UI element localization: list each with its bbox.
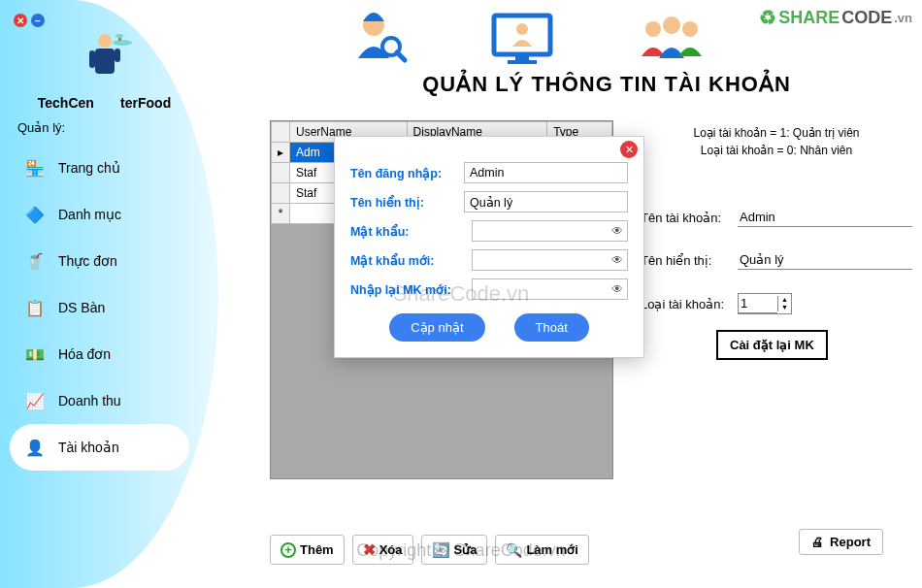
window-close-button[interactable]: ✕ [14, 14, 27, 27]
modal-display-input[interactable] [464, 191, 628, 212]
report-button[interactable]: 🖨Report [799, 529, 883, 555]
edit-account-modal: ✕ Tên đăng nhập: Tên hiển thị: Mật khẩu:… [334, 136, 644, 358]
sidebar-item-category[interactable]: 🔷Danh mục [10, 191, 218, 238]
svg-point-13 [516, 23, 528, 35]
modal-password-label: Mật khẩu: [350, 224, 472, 239]
tables-icon: 📋 [25, 298, 45, 317]
monitor-icon [488, 8, 556, 66]
brand-text: TechCen terFood [10, 95, 199, 111]
account-name-label: Tên tài khoản: [641, 211, 738, 225]
modal-confirm-input[interactable] [472, 278, 628, 300]
edit-button[interactable]: 🔄Sửa [421, 535, 488, 565]
svg-rect-2 [89, 50, 95, 68]
manage-label: Quản lý: [17, 120, 218, 135]
svg-rect-12 [508, 60, 537, 64]
x-icon: ✖ [363, 540, 376, 559]
svg-point-0 [98, 34, 112, 48]
svg-point-6 [115, 34, 123, 38]
sidebar: TechCen terFood Quản lý: 🏪Trang chủ 🔷Dan… [0, 0, 218, 588]
sidebar-item-menu[interactable]: 🥤Thực đơn [10, 238, 218, 284]
account-icon: 👤 [25, 438, 45, 457]
delete-button[interactable]: ✖Xóa [352, 535, 413, 565]
account-name-input[interactable] [738, 208, 912, 227]
eye-icon[interactable]: 👁 [611, 224, 623, 238]
modal-username-input[interactable] [464, 162, 628, 183]
svg-point-16 [682, 21, 698, 37]
modal-newpw-input[interactable] [472, 249, 628, 271]
invoice-icon: 💵 [25, 344, 45, 364]
eye-icon[interactable]: 👁 [611, 253, 623, 267]
sidebar-item-revenue[interactable]: 📈Doanh thu [10, 377, 218, 424]
svg-line-9 [397, 52, 405, 60]
refresh-button[interactable]: 🔍Làm mới [495, 535, 589, 565]
info-line-2: Loại tài khoản = 0: Nhân viên [641, 144, 912, 157]
display-name-label: Tên hiển thị: [641, 253, 738, 268]
modal-username-label: Tên đăng nhập: [350, 166, 464, 180]
edit-icon: 🔄 [432, 541, 450, 559]
refresh-icon: 🔍 [506, 542, 522, 558]
modal-update-button[interactable]: Cập nhật [389, 313, 484, 342]
printer-icon: 🖨 [811, 535, 824, 549]
stepper-down[interactable]: ▼ [778, 304, 791, 311]
reset-password-button[interactable]: Cài đặt lại MK [716, 330, 828, 360]
users-group-icon [636, 12, 708, 66]
eye-icon[interactable]: 👁 [611, 282, 623, 296]
account-type-stepper[interactable]: ▲▼ [738, 293, 792, 314]
window-minimize-button[interactable]: − [31, 14, 45, 27]
sidebar-item-invoice[interactable]: 💵Hóa đơn [10, 331, 218, 377]
modal-close-button[interactable]: ✕ [620, 141, 638, 158]
home-icon: 🏪 [25, 158, 45, 178]
add-button[interactable]: +Thêm [270, 535, 345, 565]
category-icon: 🔷 [25, 205, 45, 224]
modal-exit-button[interactable]: Thoát [514, 313, 589, 342]
svg-rect-1 [95, 49, 115, 74]
svg-point-4 [113, 40, 132, 46]
page-title: QUẢN LÝ THÔNG TIN TÀI KHOẢN [291, 72, 922, 97]
display-name-input[interactable] [738, 250, 912, 270]
sidebar-item-account[interactable]: 👤Tài khoản [10, 424, 189, 471]
waiter-icon [76, 29, 134, 87]
stepper-up[interactable]: ▲ [778, 296, 791, 304]
account-type-label: Loại tài khoản: [641, 297, 738, 311]
user-search-icon [350, 8, 409, 66]
modal-display-label: Tên hiển thị: [350, 195, 464, 210]
sidebar-item-tables[interactable]: 📋DS Bàn [10, 284, 218, 331]
svg-point-15 [663, 16, 680, 34]
modal-password-input[interactable] [472, 220, 628, 242]
svg-rect-3 [115, 49, 120, 62]
svg-point-14 [645, 21, 661, 37]
modal-confirm-label: Nhập lại MK mới: [350, 282, 472, 297]
menu-icon: 🥤 [25, 251, 45, 271]
modal-newpw-label: Mật khẩu mới: [350, 253, 472, 268]
info-line-1: Loại tài khoản = 1: Quản trị viên [641, 126, 912, 140]
plus-icon: + [280, 542, 296, 558]
sidebar-item-home[interactable]: 🏪Trang chủ [10, 145, 218, 191]
revenue-icon: 📈 [25, 391, 45, 410]
svg-rect-11 [515, 54, 529, 60]
header-icons [311, 8, 747, 66]
